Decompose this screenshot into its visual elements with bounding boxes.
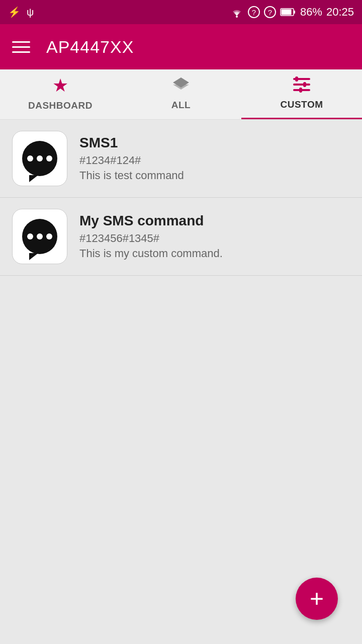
tab-custom-label: CUSTOM	[281, 99, 323, 110]
item-description: This is test command	[79, 169, 350, 182]
layers-icon	[172, 75, 190, 96]
tab-dashboard[interactable]: ★ DASHBOARD	[0, 69, 121, 119]
list-item[interactable]: My SMS command #123456#1345# This is my …	[0, 198, 362, 276]
help-icon2: ?	[264, 6, 276, 18]
status-right-icons: ? ? 86% 20:25	[230, 6, 354, 19]
hamburger-menu[interactable]	[12, 41, 30, 53]
item-code: #1234#124#	[79, 154, 350, 167]
android-icon: ψ	[27, 7, 34, 18]
status-time: 20:25	[326, 6, 354, 19]
usb-icon: ⚡	[8, 6, 21, 18]
item-text-my-sms: My SMS command #123456#1345# This is my …	[79, 213, 350, 260]
item-description: This is my custom command.	[79, 247, 350, 260]
command-list: SMS1 #1234#124# This is test command My …	[0, 120, 362, 276]
help-icon1: ?	[248, 6, 260, 18]
sliders-icon	[292, 76, 311, 95]
chat-bubble-icon	[22, 141, 57, 176]
plus-icon: +	[310, 587, 324, 611]
list-item[interactable]: SMS1 #1234#124# This is test command	[0, 120, 362, 198]
chat-bubble-icon	[22, 219, 57, 254]
battery-icon	[280, 8, 296, 17]
item-title: My SMS command	[79, 213, 350, 229]
svg-rect-7	[293, 84, 310, 86]
tab-bar: ★ DASHBOARD ALL CUSTOM	[0, 69, 362, 120]
add-button[interactable]: +	[296, 578, 338, 620]
sms-icon-container	[12, 209, 67, 264]
status-left-icons: ⚡ ψ	[8, 6, 34, 18]
battery-percent: 86%	[300, 6, 322, 19]
svg-rect-2	[294, 11, 295, 14]
app-bar: AP4447XX	[0, 24, 362, 69]
star-icon: ★	[52, 75, 68, 96]
item-code: #123456#1345#	[79, 232, 350, 245]
tab-custom[interactable]: CUSTOM	[241, 69, 362, 119]
svg-rect-3	[281, 10, 291, 15]
tab-all[interactable]: ALL	[121, 69, 241, 119]
tab-all-label: ALL	[171, 100, 191, 111]
svg-marker-5	[173, 85, 189, 90]
status-bar: ⚡ ψ ? ? 86% 20:25	[0, 0, 362, 24]
svg-rect-10	[303, 82, 306, 87]
tab-dashboard-label: DASHBOARD	[28, 100, 93, 111]
svg-rect-9	[295, 76, 298, 82]
wifi-icon	[230, 7, 244, 18]
svg-point-0	[236, 16, 238, 18]
sms-icon-container	[12, 131, 67, 186]
svg-rect-11	[299, 88, 302, 93]
item-text-sms1: SMS1 #1234#124# This is test command	[79, 135, 350, 182]
item-title: SMS1	[79, 135, 350, 151]
app-title: AP4447XX	[46, 37, 134, 57]
